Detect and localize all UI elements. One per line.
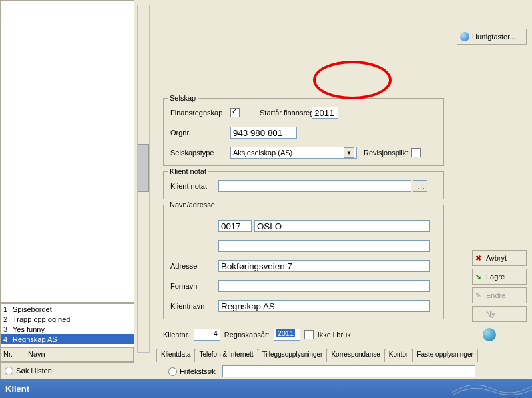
- title-decor: [452, 379, 532, 398]
- ikke-checkbox[interactable]: [304, 330, 314, 339]
- list-item[interactable]: 2Trapp opp og ned: [1, 314, 134, 324]
- new-icon: [475, 310, 483, 318]
- window-title: Klient: [5, 384, 29, 394]
- klientnavn-input[interactable]: [218, 300, 430, 312]
- postnr-input[interactable]: [218, 220, 252, 232]
- search-row: Søk i listen: [0, 362, 134, 379]
- startar-input[interactable]: [312, 107, 338, 119]
- scrollbar[interactable]: [137, 5, 150, 353]
- notat-group: Klient notat Klient notat...: [163, 171, 444, 199]
- finans-checkbox[interactable]: [230, 108, 240, 117]
- selskapstype-select[interactable]: Aksjeselskap (AS)▼: [230, 147, 357, 159]
- adresse2-input[interactable]: [218, 240, 430, 252]
- tree-view[interactable]: [0, 0, 134, 303]
- client-list[interactable]: 1Spisebordet 2Trapp opp og ned 3Yes funn…: [0, 303, 134, 347]
- notat-title: Klient notat: [168, 167, 208, 175]
- tab-klientdata[interactable]: Klientdata: [156, 349, 195, 362]
- cancel-icon: ✖: [475, 254, 483, 262]
- tab-korr[interactable]: Korrespondanse: [326, 349, 384, 362]
- list-item[interactable]: 1Spisebordet: [1, 304, 134, 314]
- chevron-down-icon: ▼: [344, 147, 354, 158]
- poststed-input[interactable]: [254, 220, 430, 232]
- avbryt-button[interactable]: ✖Avbryt: [472, 250, 527, 266]
- list-item-selected[interactable]: 4Regnskap AS: [1, 334, 134, 344]
- globe-icon[interactable]: [483, 328, 496, 341]
- revisjon-checkbox[interactable]: [411, 148, 421, 157]
- klientnr-label: Klientnr.: [163, 331, 190, 339]
- notat-more-button[interactable]: ...: [413, 180, 427, 192]
- ny-button[interactable]: Ny: [472, 306, 527, 322]
- list-item[interactable]: 3Yes funny: [1, 324, 134, 334]
- year-field[interactable]: 2011: [274, 329, 300, 341]
- tab-kontor[interactable]: Kontor: [384, 349, 413, 362]
- save-icon: ➘: [475, 273, 483, 281]
- freetext-input[interactable]: [222, 365, 475, 377]
- klientnr-field[interactable]: 4: [194, 329, 220, 341]
- tab-faste[interactable]: Faste opplysninger: [412, 349, 478, 362]
- year-label: Regnskapsår:: [224, 331, 270, 339]
- ikke-label: Ikke i bruk: [318, 331, 351, 339]
- annotation-circle: [313, 61, 392, 99]
- lagre-button[interactable]: ➘Lagre: [472, 269, 527, 285]
- action-buttons: ✖Avbryt ➘Lagre ✎Endre Ny: [472, 250, 527, 325]
- navn-group: Navn/adresse Klientnavn Fornavn Adresse: [163, 205, 444, 319]
- edit-icon: ✎: [475, 291, 483, 299]
- endre-button[interactable]: ✎Endre: [472, 287, 527, 303]
- hdr-navn[interactable]: Navn: [25, 348, 134, 361]
- search-list-radio[interactable]: Søk i listen: [5, 367, 52, 375]
- fornavn-input[interactable]: [218, 280, 430, 292]
- tab-row: Klientdata Telefon & Internett Tilleggso…: [156, 349, 529, 362]
- list-header: Nr. Navn: [0, 347, 134, 362]
- navn-title: Navn/adresse: [168, 201, 217, 209]
- tab-telefon[interactable]: Telefon & Internett: [194, 349, 258, 362]
- selskap-group: Selskap Selskapstype Aksjeselskap (AS)▼ …: [163, 98, 444, 166]
- freetext-radio[interactable]: Fritekstsøk: [168, 367, 216, 376]
- notat-input[interactable]: [218, 180, 411, 192]
- left-panel: Søk i listen Nr. Navn 1Spisebordet 2Trap…: [0, 0, 135, 379]
- orgnr-input[interactable]: [230, 127, 297, 139]
- scroll-thumb[interactable]: [138, 144, 149, 192]
- adresse-input[interactable]: [218, 260, 430, 272]
- hdr-nr[interactable]: Nr.: [1, 348, 25, 361]
- tab-tillegg[interactable]: Tilleggsopplysninger: [258, 349, 328, 362]
- selskap-title: Selskap: [168, 94, 198, 102]
